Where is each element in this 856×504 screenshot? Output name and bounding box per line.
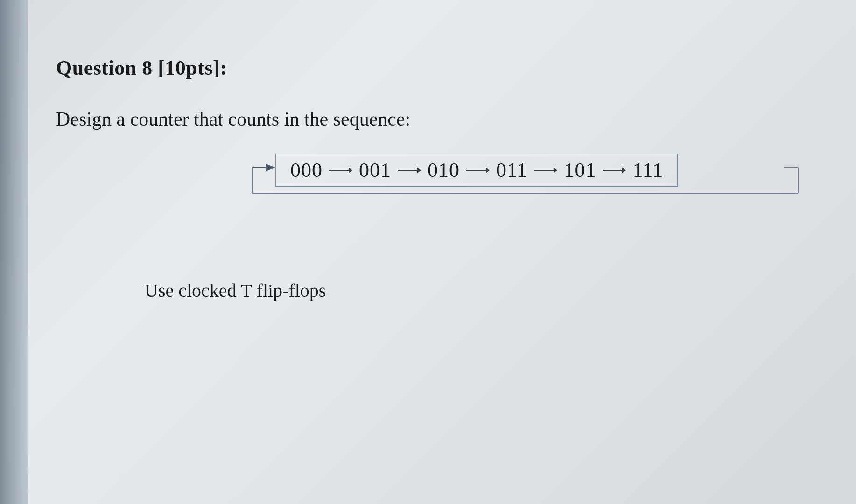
question-title: Question 8 [10pts]: (56, 56, 819, 80)
state-0: 000 (290, 158, 323, 182)
sequence-box: 000 001 010 011 101 111 (275, 154, 678, 187)
arrow-icon (534, 166, 557, 175)
svg-marker-11 (486, 168, 490, 173)
svg-marker-7 (349, 168, 352, 173)
state-1: 001 (359, 158, 391, 182)
svg-marker-13 (554, 168, 557, 173)
question-page: Question 8 [10pts]: Design a counter tha… (28, 0, 856, 504)
state-2: 010 (428, 158, 460, 182)
svg-marker-15 (622, 168, 626, 173)
question-prompt: Design a counter that counts in the sequ… (56, 108, 819, 130)
state-3: 011 (496, 158, 527, 182)
arrow-icon (329, 166, 352, 175)
arrow-icon (603, 166, 626, 175)
state-4: 101 (564, 158, 596, 182)
instruction-text: Use clocked T flip-flops (145, 280, 819, 301)
page-left-edge (0, 0, 28, 504)
arrow-icon (466, 166, 490, 175)
arrow-icon (398, 166, 421, 175)
svg-marker-9 (417, 168, 421, 173)
state-5: 111 (632, 158, 663, 182)
sequence-diagram: 000 001 010 011 101 111 (252, 154, 819, 214)
